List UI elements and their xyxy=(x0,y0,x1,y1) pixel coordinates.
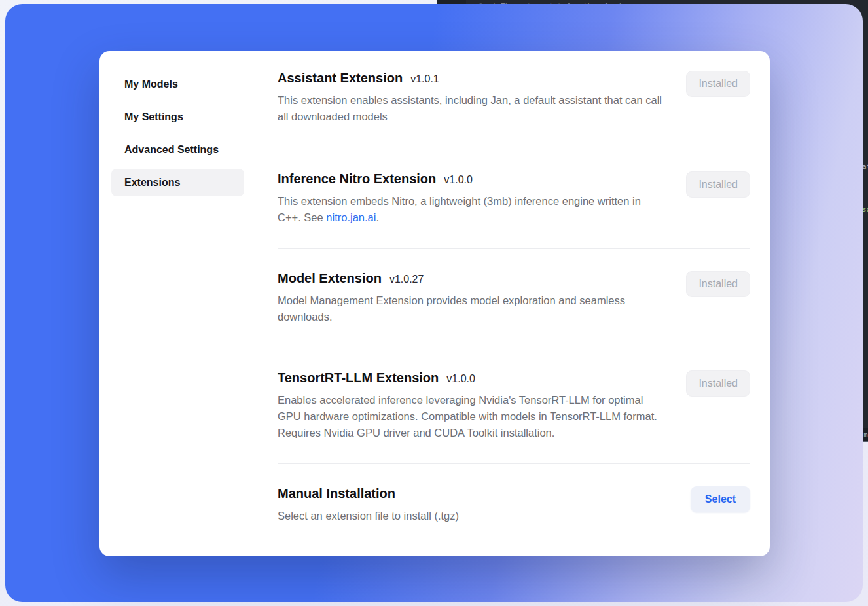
settings-modal: My Models My Settings Advanced Settings … xyxy=(99,51,770,556)
sidebar-item-my-settings[interactable]: My Settings xyxy=(111,103,244,131)
settings-sidebar: My Models My Settings Advanced Settings … xyxy=(99,51,255,556)
extension-info: Manual Installation Select an extension … xyxy=(278,486,459,524)
extension-row-assistant: Assistant Extension v1.0.1 This extensio… xyxy=(278,58,750,149)
extension-row-model: Model Extension v1.0.27 Model Management… xyxy=(278,249,750,348)
installed-button[interactable]: Installed xyxy=(686,271,750,297)
extension-title: TensortRT-LLM Extension xyxy=(278,370,439,385)
installed-button[interactable]: Installed xyxy=(686,71,750,97)
extension-info: Model Extension v1.0.27 Model Management… xyxy=(278,271,664,325)
installed-button[interactable]: Installed xyxy=(686,171,750,198)
manual-installation-title: Manual Installation xyxy=(278,486,395,501)
extension-description: This extension embeds Nitro, a lightweig… xyxy=(278,193,664,226)
manual-installation-description: Select an extension file to install (.tg… xyxy=(278,508,459,524)
extension-version: v1.0.1 xyxy=(410,73,439,85)
extension-title-line: Model Extension v1.0.27 xyxy=(278,271,664,286)
extension-title-line: Assistant Extension v1.0.1 xyxy=(278,71,664,86)
installed-button[interactable]: Installed xyxy=(686,370,750,397)
select-file-button[interactable]: Select xyxy=(691,486,750,512)
extension-title: Model Extension xyxy=(278,271,382,286)
manual-installation-row: Manual Installation Select an extension … xyxy=(278,464,750,524)
extension-info: TensortRT-LLM Extension v1.0.0 Enables a… xyxy=(278,370,664,441)
extension-description: Enables accelerated inference leveraging… xyxy=(278,392,664,441)
extension-info: Assistant Extension v1.0.1 This extensio… xyxy=(278,71,664,125)
sidebar-item-my-models[interactable]: My Models xyxy=(111,71,244,98)
nitro-jan-ai-link[interactable]: nitro.jan.ai xyxy=(326,211,376,223)
extensions-list: Assistant Extension v1.0.1 This extensio… xyxy=(255,51,770,556)
extension-version: v1.0.27 xyxy=(389,274,424,285)
extension-row-inference-nitro: Inference Nitro Extension v1.0.0 This ex… xyxy=(278,149,750,249)
description-text: . xyxy=(376,211,379,223)
extension-description: Model Management Extension provides mode… xyxy=(278,293,664,325)
extension-title-line: TensortRT-LLM Extension v1.0.0 xyxy=(278,370,664,385)
extension-title-line: Manual Installation xyxy=(278,486,459,501)
extension-title-line: Inference Nitro Extension v1.0.0 xyxy=(278,171,664,187)
sidebar-item-advanced-settings[interactable]: Advanced Settings xyxy=(111,136,244,164)
extension-row-tensorrt-llm: TensortRT-LLM Extension v1.0.0 Enables a… xyxy=(278,348,750,464)
extension-info: Inference Nitro Extension v1.0.0 This ex… xyxy=(278,171,664,226)
sidebar-item-extensions[interactable]: Extensions xyxy=(111,169,244,196)
extension-version: v1.0.0 xyxy=(446,373,475,385)
extension-title: Inference Nitro Extension xyxy=(278,171,436,187)
extension-title: Assistant Extension xyxy=(278,71,403,86)
extension-version: v1.0.0 xyxy=(444,174,473,186)
extension-description: This extension enables assistants, inclu… xyxy=(278,92,664,125)
